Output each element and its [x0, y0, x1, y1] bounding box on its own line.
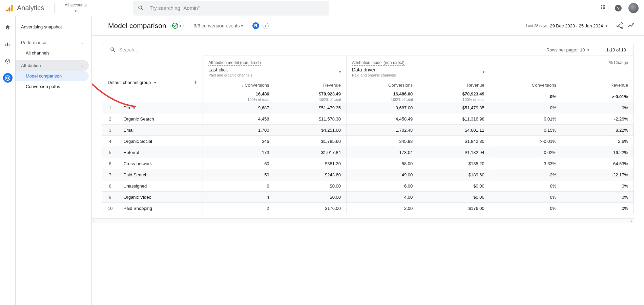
- add-dimension-button[interactable]: +: [194, 79, 198, 86]
- rail-reports[interactable]: [3, 39, 13, 49]
- comparison-table: Default channel group ▾ + Attribution mo…: [102, 56, 633, 214]
- date-range-picker[interactable]: Last 28 days 29 Dec 2023 - 25 Jan 2024 ▾: [526, 23, 607, 28]
- rows-value: 10: [580, 47, 585, 52]
- model-picker-1[interactable]: Last click Paid and organic channels ▾: [203, 67, 347, 80]
- row-pct-conv: >-0.01%: [490, 136, 562, 147]
- row-rev-2: $176.00: [418, 203, 490, 214]
- model-picker-2[interactable]: Data-driven Paid and organic channels ▾: [346, 67, 490, 80]
- col-revenue-2[interactable]: Revenue: [418, 80, 490, 91]
- row-conv-1: 173: [203, 147, 275, 158]
- row-pct-conv: 0%: [490, 180, 562, 192]
- analytics-logo: Analytics: [5, 4, 44, 13]
- scroll-left-icon[interactable]: ‹: [92, 218, 96, 223]
- insights-icon[interactable]: [627, 22, 635, 30]
- row-pct-conv: 0.15%: [490, 125, 562, 136]
- search-input[interactable]: [149, 5, 325, 11]
- table-row[interactable]: 6Cross-network60$381.2058.00$135.20-3.33…: [102, 158, 633, 169]
- segment-badge[interactable]: R: [252, 22, 259, 29]
- rail-explore[interactable]: [3, 56, 13, 66]
- report-body: Rows per page: 10 ▾ 1-10 of 10: [92, 36, 644, 305]
- table-search-input[interactable]: [119, 47, 186, 53]
- row-pct-rev: 2.6%: [562, 136, 633, 147]
- avatar[interactable]: [628, 3, 639, 13]
- row-rev-1: $243.60: [275, 169, 347, 180]
- rail-home[interactable]: [3, 22, 13, 32]
- model-name: Last click: [208, 67, 228, 72]
- table-row[interactable]: 5Referral173$1,017.84173.04$1,182.940.02…: [102, 147, 633, 158]
- sidebar-item-all-channels[interactable]: All channels: [16, 48, 89, 58]
- row-rev-1: $381.20: [275, 158, 347, 169]
- table-row[interactable]: 4Organic Social346$1,795.60345.98$1,842.…: [102, 136, 633, 147]
- row-index: 1: [102, 102, 118, 113]
- totals-row: 16,486100% of total $70,923.49100% of to…: [102, 91, 633, 102]
- sidebar-section-attribution[interactable]: Attribution ⌃: [16, 60, 89, 71]
- conversion-events-picker[interactable]: 3/3 conversion events ▾: [194, 23, 243, 28]
- row-conv-1: 60: [203, 158, 275, 169]
- table-row[interactable]: 1Direct9,687$51,479.359,687.00$51,479.35…: [102, 102, 633, 113]
- add-segment-button[interactable]: +: [263, 23, 269, 29]
- pager-text: 1-10 of 10: [606, 47, 626, 52]
- table-row[interactable]: 2Organic Search4,458$11,578.304,458.49$1…: [102, 113, 633, 125]
- side-panel: Advertising snapshot Performance ⌃ All c…: [16, 16, 92, 305]
- row-pct-conv: 0%: [490, 192, 562, 203]
- check-icon: [172, 23, 178, 29]
- status-chip[interactable]: ▾: [170, 21, 184, 30]
- row-channel: Organic Search: [118, 113, 203, 125]
- change-header-label: % Change: [609, 60, 628, 65]
- table-search[interactable]: [110, 47, 542, 53]
- row-conv-2: 173.04: [346, 147, 418, 158]
- row-rev-1: $0.00: [275, 192, 347, 203]
- rows-per-page[interactable]: Rows per page: 10 ▾: [546, 47, 589, 52]
- row-conv-1: 2: [203, 203, 275, 214]
- horizontal-scrollbar[interactable]: ‹ ›: [92, 218, 634, 223]
- sidebar-item-model-comparison[interactable]: Model comparison: [16, 71, 89, 81]
- account-label: All accounts: [65, 3, 87, 7]
- dimension-picker[interactable]: Default channel group ▾ +: [108, 79, 197, 86]
- apps-icon[interactable]: [600, 4, 608, 12]
- row-pct-rev: 16.22%: [562, 147, 633, 158]
- row-conv-1: 346: [203, 136, 275, 147]
- svg-point-16: [621, 23, 622, 24]
- caret-down-icon: ▾: [241, 24, 243, 28]
- rail-advertising[interactable]: [3, 73, 13, 83]
- row-conv-2: 4.00: [346, 192, 418, 203]
- row-index: 4: [102, 136, 118, 147]
- row-pct-conv: 0%: [490, 203, 562, 214]
- row-conv-2: 345.98: [346, 136, 418, 147]
- account-picker[interactable]: All accounts ▾: [65, 3, 87, 13]
- sidebar-snapshot[interactable]: Advertising snapshot: [16, 21, 89, 33]
- sidebar-section-performance[interactable]: Performance ⌃: [16, 37, 89, 48]
- row-pct-rev: -22.17%: [562, 169, 633, 180]
- share-icon[interactable]: [616, 22, 624, 30]
- row-conv-2: 9,687.00: [346, 102, 418, 113]
- col-revenue-1[interactable]: Revenue: [275, 80, 347, 91]
- global-search[interactable]: [133, 1, 329, 16]
- table-row[interactable]: 3Email1,700$4,251.601,702.48$4,601.120.1…: [102, 125, 633, 136]
- col-change-rev[interactable]: Revenue: [562, 80, 633, 91]
- row-conv-2: 58.00: [346, 158, 418, 169]
- table-row[interactable]: 8Unassigned6$0.006.00$0.000%0%: [102, 180, 633, 192]
- row-channel: Email: [118, 125, 203, 136]
- col-conversions-1[interactable]: ↓Conversions: [203, 80, 275, 91]
- svg-point-12: [5, 59, 10, 63]
- row-channel: Paid Search: [118, 169, 203, 180]
- product-name: Analytics: [17, 4, 44, 12]
- row-rev-1: $4,251.60: [275, 125, 347, 136]
- topbar: Analytics All accounts ▾ ?: [0, 0, 644, 16]
- topbar-actions: ?: [600, 3, 639, 13]
- col-conversions-2[interactable]: Conversions: [346, 80, 418, 91]
- help-icon[interactable]: ?: [614, 4, 622, 12]
- table-row[interactable]: 9Organic Video4$0.004.00$0.000%0%: [102, 192, 633, 203]
- svg-rect-3: [601, 5, 602, 6]
- scroll-right-icon[interactable]: ›: [630, 218, 634, 223]
- table-row[interactable]: 7Paid Search50$243.6049.00$189.60-2%-22.…: [102, 169, 633, 180]
- row-pct-rev: 0%: [562, 203, 633, 214]
- col-change-conv[interactable]: Conversions: [490, 80, 562, 91]
- svg-rect-10: [7, 42, 8, 46]
- row-rev-2: $0.00: [418, 192, 490, 203]
- row-rev-2: $189.60: [418, 169, 490, 180]
- table-row[interactable]: 10Paid Shopping2$176.002.00$176.000%0%: [102, 203, 633, 214]
- sidebar-item-conversion-paths[interactable]: Conversion paths: [16, 81, 89, 92]
- row-rev-2: $0.00: [418, 180, 490, 192]
- row-rev-1: $0.00: [275, 180, 347, 192]
